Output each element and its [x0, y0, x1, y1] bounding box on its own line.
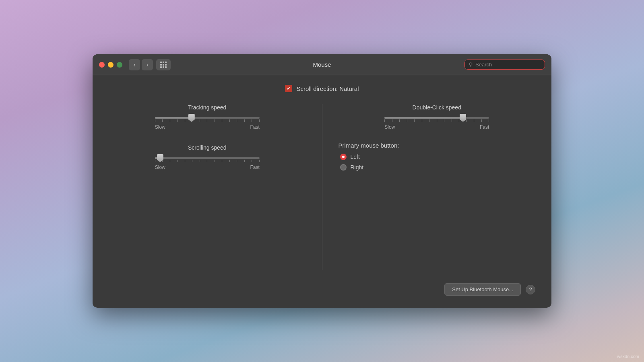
search-icon: ⚲: [469, 62, 473, 68]
tracking-speed-slider-wrap: Slow Fast: [155, 117, 260, 130]
tracking-speed-fast-label: Fast: [250, 124, 259, 130]
titlebar: ‹ › Mouse ⚲: [93, 54, 551, 75]
left-column: Tracking speed Slow: [109, 104, 322, 270]
checkmark-icon: ✓: [287, 86, 291, 91]
back-button[interactable]: ‹: [129, 59, 140, 70]
scrolling-speed-section: Scrolling speed Slow: [109, 144, 306, 170]
double-click-speed-fill: [384, 117, 463, 119]
radio-left-label: Left: [351, 154, 360, 160]
scrolling-speed-track: [155, 157, 260, 159]
settings-columns: Tracking speed Slow: [109, 104, 535, 270]
window-title: Mouse: [313, 61, 331, 68]
tracking-speed-labels: Slow Fast: [155, 124, 260, 130]
help-button[interactable]: ?: [526, 285, 535, 294]
double-click-speed-fast-label: Fast: [480, 124, 489, 130]
forward-button[interactable]: ›: [142, 59, 153, 70]
watermark: wsxdn.com: [617, 354, 639, 359]
right-column: Double-Click speed S: [322, 104, 536, 270]
tracking-speed-ticks: [155, 119, 260, 123]
tracking-speed-title: Tracking speed: [188, 104, 226, 111]
double-click-speed-slider-wrap: Slow Fast: [384, 117, 489, 130]
double-click-speed-section: Double-Click speed S: [339, 104, 536, 130]
radio-right-button[interactable]: [340, 164, 347, 171]
bottom-row: Set Up Bluetooth Mouse... ?: [109, 277, 535, 296]
content-area: ✓ Scroll direction: Natural Tracking spe…: [93, 75, 551, 308]
traffic-lights: [99, 62, 122, 68]
tracking-speed-track: [155, 117, 260, 119]
scrolling-speed-slow-label: Slow: [155, 165, 165, 170]
double-click-speed-track: [384, 117, 489, 119]
scrolling-speed-title: Scrolling speed: [188, 144, 227, 151]
scrolling-speed-slider-wrap: Slow Fast: [155, 157, 260, 170]
scroll-direction-label: Scroll direction: Natural: [296, 85, 359, 92]
scrolling-speed-fast-label: Fast: [250, 165, 259, 170]
maximize-button[interactable]: [117, 62, 122, 68]
search-input[interactable]: [475, 62, 541, 68]
tracking-speed-section: Tracking speed Slow: [109, 104, 306, 130]
close-button[interactable]: [99, 62, 105, 68]
bluetooth-mouse-button[interactable]: Set Up Bluetooth Mouse...: [444, 283, 521, 296]
double-click-speed-title: Double-Click speed: [413, 104, 461, 111]
scrolling-speed-labels: Slow Fast: [155, 165, 260, 170]
tracking-speed-fill: [155, 117, 192, 119]
grid-view-button[interactable]: [156, 59, 171, 70]
radio-right-label: Right: [351, 164, 364, 171]
double-click-speed-ticks: [384, 119, 489, 123]
nav-buttons: ‹ ›: [129, 59, 171, 70]
scroll-direction-checkbox[interactable]: ✓: [285, 85, 292, 92]
main-window: ‹ › Mouse ⚲ ✓ Scroll direction: Natural: [93, 54, 551, 308]
search-box[interactable]: ⚲: [464, 60, 545, 70]
double-click-speed-labels: Slow Fast: [384, 124, 489, 130]
primary-mouse-button-section: Primary mouse button: Left Right: [339, 142, 536, 171]
scrolling-speed-ticks: [155, 159, 260, 163]
radio-left-row[interactable]: Left: [340, 154, 536, 160]
primary-mouse-button-title: Primary mouse button:: [339, 142, 536, 149]
tracking-speed-slow-label: Slow: [155, 124, 165, 130]
minimize-button[interactable]: [108, 62, 114, 68]
double-click-speed-slow-label: Slow: [384, 124, 395, 130]
grid-icon: [160, 62, 167, 68]
radio-left-button[interactable]: [340, 154, 347, 160]
radio-right-row[interactable]: Right: [340, 164, 536, 171]
scroll-direction-row: ✓ Scroll direction: Natural: [109, 85, 535, 92]
radio-group: Left Right: [340, 154, 536, 171]
